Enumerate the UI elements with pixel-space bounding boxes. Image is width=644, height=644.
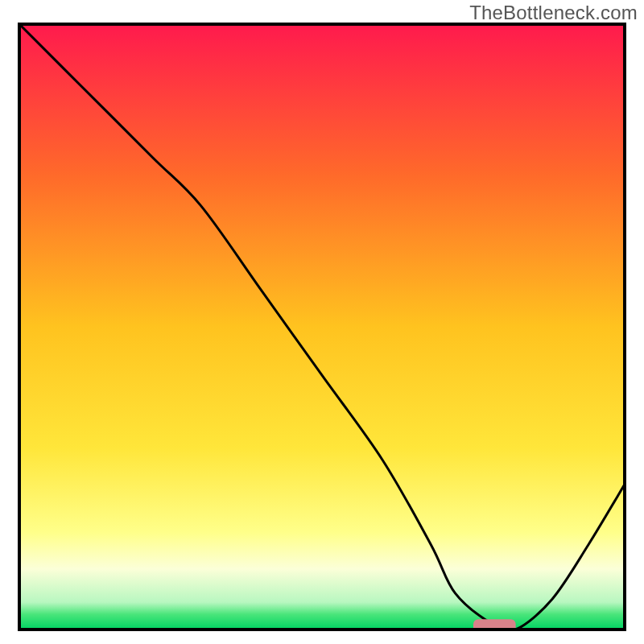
plot-area — [19, 24, 625, 633]
watermark-text: TheBottleneck.com — [469, 2, 638, 24]
bottleneck-chart: TheBottleneck.com — [0, 0, 644, 644]
chart-svg — [0, 0, 644, 644]
